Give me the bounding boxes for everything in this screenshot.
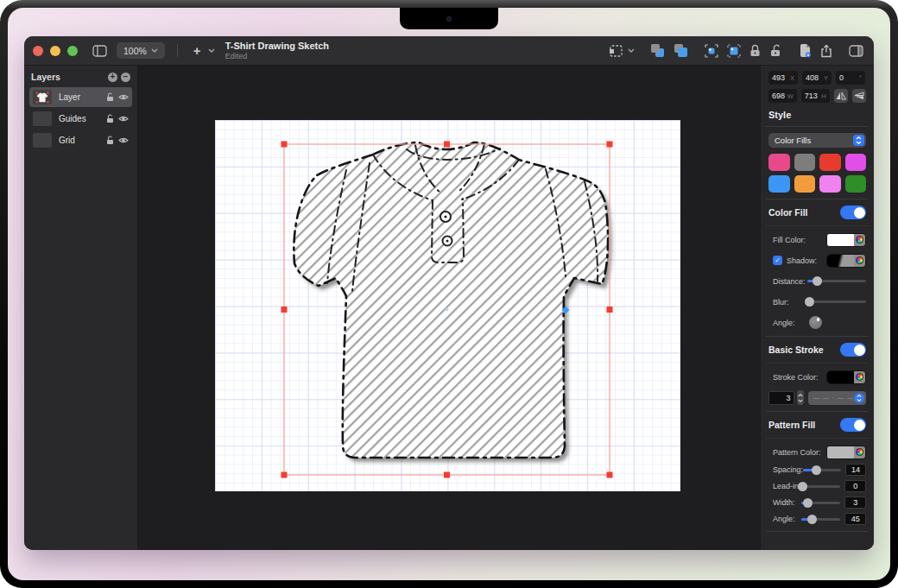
marquee-select-tool-icon[interactable] bbox=[609, 44, 623, 58]
flip-vertical-button[interactable] bbox=[852, 89, 866, 103]
rotation-field[interactable]: 0 ° bbox=[836, 71, 865, 85]
color-fill-toggle[interactable] bbox=[840, 205, 866, 219]
fill-color-well[interactable] bbox=[826, 233, 866, 247]
ungroup-objects-icon[interactable] bbox=[727, 44, 741, 58]
close-window-button[interactable] bbox=[33, 46, 43, 56]
lock-icon[interactable] bbox=[749, 44, 761, 57]
distance-label: Distance: bbox=[773, 277, 807, 286]
layer-row-layer[interactable]: Layer bbox=[29, 87, 132, 107]
visibility-eye-icon[interactable] bbox=[118, 136, 129, 144]
chevron-down-icon[interactable] bbox=[208, 48, 215, 53]
layer-name: Guides bbox=[59, 114, 102, 123]
minimize-window-button[interactable] bbox=[50, 46, 60, 56]
toggle-left-sidebar-icon[interactable] bbox=[92, 45, 107, 57]
stroke-color-well[interactable] bbox=[826, 370, 866, 384]
color-swatch[interactable] bbox=[794, 175, 816, 193]
add-layer-button[interactable]: + bbox=[108, 73, 117, 82]
artboard[interactable] bbox=[215, 120, 680, 491]
y-position-field[interactable]: 408 Y bbox=[802, 71, 832, 85]
pattern-width-slider[interactable] bbox=[801, 498, 840, 508]
color-swatch[interactable] bbox=[845, 175, 867, 193]
shadow-angle-dial[interactable] bbox=[809, 316, 822, 329]
fill-type-dropdown[interactable]: Color Fills bbox=[768, 133, 866, 148]
pattern-spacing-value[interactable]: 14 bbox=[845, 464, 866, 476]
dropdown-stepper-icon bbox=[853, 135, 864, 146]
tshirt-drawing[interactable] bbox=[215, 120, 680, 491]
send-backward-icon[interactable] bbox=[650, 43, 665, 58]
pattern-lead-in-value[interactable]: 0 bbox=[844, 480, 866, 492]
add-page-button[interactable]: + bbox=[193, 43, 201, 58]
y-unit: Y bbox=[824, 74, 828, 82]
pattern-angle-value[interactable]: 45 bbox=[844, 513, 866, 525]
color-picker-icon bbox=[856, 373, 863, 381]
visibility-eye-icon[interactable] bbox=[118, 115, 129, 123]
basic-stroke-section-title: Basic Stroke bbox=[768, 345, 840, 355]
shadow-blur-slider[interactable] bbox=[807, 297, 866, 307]
color-swatch[interactable] bbox=[819, 154, 841, 171]
divider bbox=[766, 411, 869, 412]
color-swatch[interactable] bbox=[819, 175, 841, 193]
color-swatch[interactable] bbox=[768, 154, 790, 171]
color-picker-icon bbox=[856, 256, 863, 264]
tshirt-shape[interactable] bbox=[294, 142, 608, 458]
export-document-icon[interactable] bbox=[799, 44, 812, 58]
canvas-area[interactable] bbox=[138, 66, 760, 550]
layer-name: Grid bbox=[59, 136, 102, 145]
group-objects-icon[interactable] bbox=[705, 44, 718, 58]
unlock-icon[interactable] bbox=[106, 136, 114, 145]
pattern-color-well[interactable] bbox=[826, 446, 866, 459]
pattern-angle-slider[interactable] bbox=[801, 515, 840, 524]
traffic-lights bbox=[33, 46, 78, 56]
shadow-checkbox[interactable]: ✓ bbox=[773, 256, 782, 265]
color-swatch[interactable] bbox=[794, 154, 816, 171]
fill-color-label: Fill Color: bbox=[773, 236, 826, 244]
flip-horizontal-button[interactable] bbox=[834, 89, 848, 103]
pattern-width-value[interactable]: 3 bbox=[844, 496, 866, 509]
document-status: Edited bbox=[225, 52, 329, 60]
webcam-icon bbox=[446, 16, 452, 22]
visibility-eye-icon[interactable] bbox=[118, 93, 129, 101]
layers-panel-title: Layers bbox=[31, 72, 104, 82]
shadow-distance-slider[interactable] bbox=[807, 276, 866, 286]
basic-stroke-toggle[interactable] bbox=[840, 343, 866, 357]
stroke-width-field[interactable]: 3 bbox=[768, 391, 794, 405]
dash-pattern-dropdown[interactable]: — — · — — bbox=[808, 391, 866, 405]
color-swatch[interactable] bbox=[768, 175, 790, 193]
layer-name: Layer bbox=[59, 92, 102, 102]
stroke-width-stepper[interactable] bbox=[797, 390, 803, 405]
unlock-icon[interactable] bbox=[106, 92, 114, 102]
unlock-icon[interactable] bbox=[106, 114, 114, 123]
color-swatch[interactable] bbox=[845, 154, 867, 171]
layers-sidebar: Layers + − Layer bbox=[24, 66, 138, 550]
y-value: 408 bbox=[806, 73, 824, 82]
shadow-label: Shadow: bbox=[787, 256, 826, 265]
divider bbox=[766, 225, 869, 226]
unlock-icon[interactable] bbox=[769, 44, 782, 57]
zoom-window-button[interactable] bbox=[67, 46, 78, 56]
stroke-width-value: 3 bbox=[786, 394, 790, 402]
share-icon[interactable] bbox=[820, 44, 832, 58]
lead-in-label: Lead-in: bbox=[773, 482, 801, 490]
chevron-down-icon[interactable] bbox=[628, 48, 635, 53]
app-window: 100% + T-Shirt Drawing Sketch Edited bbox=[24, 36, 874, 550]
zoom-level-button[interactable]: 100% bbox=[117, 42, 165, 59]
titlebar: 100% + T-Shirt Drawing Sketch Edited bbox=[24, 36, 874, 66]
pattern-fill-toggle[interactable] bbox=[840, 418, 866, 432]
shadow-color-well[interactable] bbox=[826, 254, 866, 268]
height-field[interactable]: 713 H bbox=[801, 89, 830, 103]
pattern-angle-label: Angle: bbox=[773, 515, 801, 523]
color-picker-icon bbox=[856, 236, 863, 243]
pattern-lead-in-slider[interactable] bbox=[801, 482, 840, 491]
toggle-right-sidebar-icon[interactable] bbox=[849, 45, 863, 57]
width-value: 698 bbox=[772, 92, 787, 100]
pattern-spacing-slider[interactable] bbox=[803, 465, 841, 475]
bring-forward-icon[interactable] bbox=[674, 43, 688, 58]
remove-layer-button[interactable]: − bbox=[121, 73, 130, 82]
x-position-field[interactable]: 493 X bbox=[768, 71, 798, 85]
spacing-label: Spacing: bbox=[773, 465, 803, 474]
layer-row-grid[interactable]: Grid bbox=[29, 130, 132, 150]
document-title: T-Shirt Drawing Sketch bbox=[225, 41, 329, 52]
inspector-sidebar: 493 X 408 Y 0 ° bbox=[760, 66, 874, 550]
layer-row-guides[interactable]: Guides bbox=[29, 109, 132, 129]
width-field[interactable]: 698 W bbox=[768, 89, 797, 103]
